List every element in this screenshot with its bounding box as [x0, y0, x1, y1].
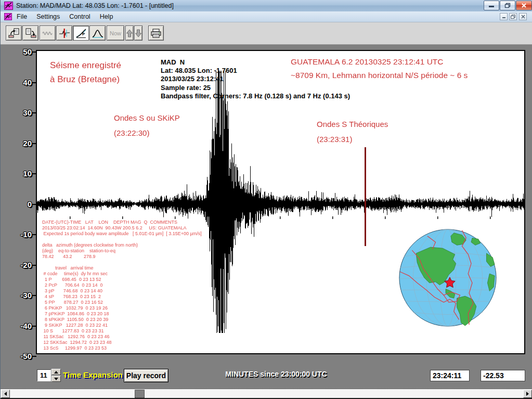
plot-area[interactable]: Séisme enregistré à Bruz (Bretagne) MAD … — [36, 50, 525, 354]
open-record-icon — [8, 28, 20, 38]
x-axis-caption: MINUTES since 23:00:00 UTC — [198, 370, 354, 378]
cursor-amplitude-display: -22.53 — [481, 370, 525, 381]
seismogram-workspace: 50403020100-10-20-30-40-50 Séisme enregi… — [1, 45, 532, 389]
child-close-button[interactable] — [519, 13, 527, 20]
scrollbar-thumb[interactable] — [135, 390, 145, 398]
y-axis-label: 0 — [8, 200, 32, 209]
theoretical-phase-annotation: Ondes S Théoriques (23:23:31) — [317, 117, 388, 147]
svg-text:P: P — [82, 32, 85, 36]
event-title-annotation: GUATEMALA 6.2 20130325 23:12:41 UTC ~870… — [291, 55, 468, 82]
y-axis-label: 40 — [8, 78, 32, 87]
close-button[interactable] — [516, 1, 532, 10]
bell-curve-icon — [92, 28, 103, 38]
extract-pick-button[interactable] — [56, 25, 72, 41]
menu-item-control[interactable]: Control — [64, 12, 95, 21]
filter-response-p-button[interactable]: P — [73, 25, 89, 41]
print-button[interactable] — [148, 25, 164, 41]
arrow-up-icon — [126, 29, 133, 38]
restore-button[interactable] — [500, 1, 515, 10]
menu-item-settings[interactable]: Settings — [32, 12, 64, 21]
station-note-annotation: Séisme enregistré à Bruz (Bretagne) — [50, 58, 121, 86]
close-icon — [521, 3, 527, 8]
y-axis-label: -30 — [8, 291, 32, 300]
child-restore-icon — [511, 15, 515, 19]
menu-item-file[interactable]: File — [12, 12, 32, 21]
scroll-left-button[interactable] — [1, 390, 10, 398]
time-expansion-label: Time Expansion — [63, 370, 123, 379]
window-title: Station: MAD/MAD Lat: 48.035 Lon: -1.760… — [16, 2, 174, 9]
gaussian-filter-button[interactable] — [89, 25, 106, 41]
y-axis-label: -20 — [8, 261, 32, 270]
event-title: GUATEMALA 6.2 20130325 23:12:41 UTC — [291, 57, 444, 66]
play-record-button[interactable]: Play record — [124, 369, 168, 382]
save-record-icon — [25, 28, 36, 38]
filter-curve-p-icon: P — [75, 28, 87, 38]
child-close-icon — [521, 15, 525, 19]
time-expansion-value[interactable]: 11 — [37, 369, 51, 381]
wave-icon — [42, 28, 54, 38]
y-axis-label: -10 — [8, 230, 32, 239]
minimize-button[interactable] — [484, 1, 499, 10]
y-axis-label: 10 — [8, 169, 32, 178]
save-record-button[interactable] — [22, 25, 38, 41]
child-restore-button[interactable] — [509, 13, 517, 20]
time-expansion-decrease-button[interactable] — [51, 376, 61, 382]
observed-phase-annotation: Ondes S ou SKiKP (23:22:30) — [114, 110, 180, 140]
printer-icon — [150, 28, 162, 38]
title-bar: Station: MAD/MAD Lat: 48.035 Lon: -1.760… — [1, 0, 532, 11]
app-icon — [4, 2, 13, 10]
scroll-up-button — [125, 25, 134, 41]
minimize-icon — [488, 3, 495, 8]
scroll-down-button — [134, 25, 142, 41]
current-time-display: 23:24:11 — [430, 370, 470, 381]
control-bar: 11 Time Expansion Play record MINUTES si… — [1, 364, 532, 389]
scroll-left-icon — [4, 392, 7, 396]
y-axis-label: 20 — [8, 139, 32, 148]
event-details-text: DATE-(UTC)-TIME LAT LON DEPTH MAG Q COMM… — [42, 220, 202, 351]
spinner-down-icon — [54, 378, 58, 380]
y-axis-label: -50 — [8, 352, 32, 361]
spinner-up-icon — [54, 371, 58, 374]
menu-item-help[interactable]: Help — [95, 12, 118, 21]
scroll-right-button[interactable] — [523, 390, 532, 398]
arrow-down-icon — [135, 29, 142, 38]
time-expansion-increase-button[interactable] — [51, 369, 61, 375]
now-button: Now — [107, 25, 124, 41]
helicorder-view-button — [40, 25, 56, 41]
horizontal-scrollbar[interactable] — [1, 389, 532, 398]
y-axis-label: -40 — [8, 321, 32, 331]
toolbar: P Now — [1, 22, 532, 45]
event-subtitle: ~8709 Km, Lehmann horizontal N/S période… — [291, 71, 468, 80]
application-window: Station: MAD/MAD Lat: 48.035 Lon: -1.760… — [0, 0, 532, 399]
y-axis-tick — [32, 356, 36, 357]
child-minimize-button[interactable] — [500, 13, 508, 20]
menu-bar: File Settings Control Help — [1, 11, 532, 22]
pick-phase-icon — [59, 28, 70, 38]
restore-icon — [504, 3, 511, 8]
theoretical-s-wave-marker — [365, 147, 366, 246]
y-axis-label: 30 — [8, 108, 32, 118]
scroll-right-icon — [526, 392, 529, 396]
child-window-icon — [4, 13, 12, 20]
now-button-label: Now — [110, 30, 121, 36]
child-minimize-icon — [502, 15, 506, 19]
y-axis-label: 50 — [8, 47, 32, 57]
world-map-globe — [397, 227, 499, 329]
open-record-button[interactable] — [6, 25, 22, 41]
